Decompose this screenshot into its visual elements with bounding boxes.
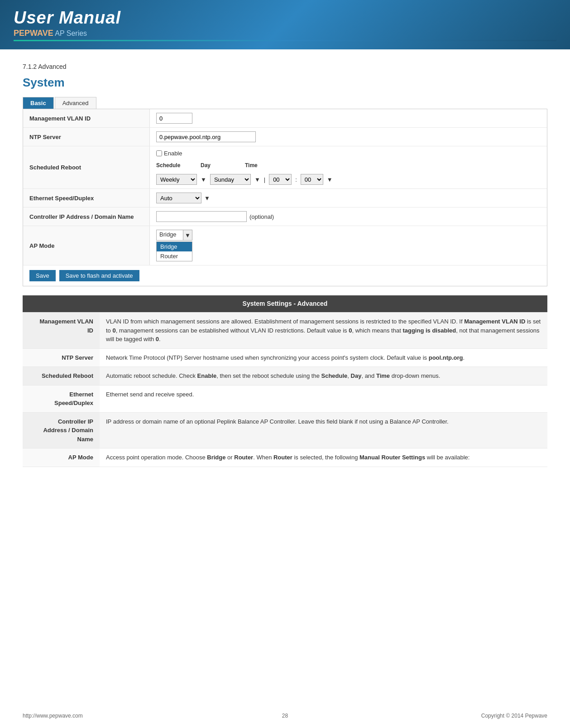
label-vlan: Management VLAN ID bbox=[23, 109, 150, 127]
table-row: Scheduled Reboot Automatic reboot schedu… bbox=[23, 367, 547, 386]
header-divider bbox=[14, 40, 556, 41]
minute-select[interactable]: 00 bbox=[301, 174, 323, 185]
ap-mode-value: Bridge bbox=[156, 230, 183, 241]
footer-copyright: Copyright © 2014 Pepwave bbox=[481, 713, 547, 719]
form-button-row: Save Save to flash and activate bbox=[23, 265, 547, 286]
page-header: User Manual PEPWAVE AP Series bbox=[0, 0, 570, 49]
ap-mode-option-router[interactable]: Router bbox=[157, 251, 192, 261]
tab-basic[interactable]: Basic bbox=[23, 97, 54, 109]
settings-table-header: System Settings - Advanced bbox=[23, 295, 547, 313]
enable-row: Enable bbox=[156, 150, 182, 157]
day-arrow: ▼ bbox=[254, 176, 260, 183]
tab-advanced[interactable]: Advanced bbox=[55, 97, 96, 109]
table-row: Management VLANID VLAN ID from which man… bbox=[23, 313, 547, 349]
value-ethernet: Auto ▼ bbox=[150, 189, 547, 207]
vlan-id-input[interactable] bbox=[156, 113, 192, 124]
system-title: System bbox=[23, 76, 547, 90]
schedule-header-row: Schedule Day Time bbox=[156, 162, 299, 169]
table-label-ethernet: EthernetSpeed/Duplex bbox=[23, 385, 100, 412]
minute-arrow: ▼ bbox=[327, 176, 333, 183]
ethernet-arrow: ▼ bbox=[204, 195, 210, 202]
day-col-header: Day bbox=[201, 162, 241, 169]
table-desc-apmode: Access point operation mode. Choose Brid… bbox=[100, 448, 547, 467]
settings-form: Management VLAN ID NTP Server Scheduled … bbox=[23, 109, 547, 286]
save-button[interactable]: Save bbox=[29, 270, 56, 281]
tab-bar: Basic Advanced bbox=[23, 97, 547, 109]
label-reboot: Scheduled Reboot bbox=[23, 146, 150, 188]
time-divider: : bbox=[295, 176, 297, 183]
ap-mode-dropdown-list: Bridge Router bbox=[156, 241, 192, 261]
form-row-reboot: Scheduled Reboot Enable Schedule Day Tim… bbox=[23, 146, 547, 189]
table-label-reboot: Scheduled Reboot bbox=[23, 367, 100, 386]
ntp-server-input[interactable] bbox=[156, 131, 256, 142]
table-desc-reboot: Automatic reboot schedule. Check Enable,… bbox=[100, 367, 547, 386]
form-row-apmode: AP Mode Bridge ▼ Bridge Router bbox=[23, 226, 547, 265]
save-flash-button[interactable]: Save to flash and activate bbox=[59, 270, 139, 281]
controller-ip-input[interactable] bbox=[156, 211, 247, 222]
schedule-select[interactable]: Weekly bbox=[156, 174, 197, 185]
schedule-col-header: Schedule bbox=[156, 162, 197, 169]
value-controller: (optional) bbox=[150, 207, 547, 226]
table-desc-controller: IP address or domain name of an optional… bbox=[100, 412, 547, 448]
section-number: 7.1.2 Advanced bbox=[23, 63, 547, 70]
value-reboot: Enable Schedule Day Time Weekly ▼ Sunday… bbox=[150, 146, 547, 188]
value-vlan bbox=[150, 109, 547, 127]
table-label-apmode: AP Mode bbox=[23, 448, 100, 467]
ethernet-speed-select[interactable]: Auto bbox=[156, 193, 201, 203]
table-row: Controller IPAddress / DomainName IP add… bbox=[23, 412, 547, 448]
table-desc-ntp: Network Time Protocol (NTP) Server hostn… bbox=[100, 348, 547, 367]
value-apmode: Bridge ▼ Bridge Router bbox=[150, 226, 547, 265]
label-ntp: NTP Server bbox=[23, 128, 150, 146]
ap-mode-dropdown-arrow[interactable]: ▼ bbox=[183, 230, 192, 241]
table-row: AP Mode Access point operation mode. Cho… bbox=[23, 448, 547, 467]
page-title: User Manual bbox=[14, 8, 556, 28]
table-row: EthernetSpeed/Duplex Ethernet send and r… bbox=[23, 385, 547, 412]
form-row-controller: Controller IP Address / Domain Name (opt… bbox=[23, 207, 547, 226]
table-label-ntp: NTP Server bbox=[23, 348, 100, 367]
time-col-header: Time bbox=[245, 162, 299, 169]
day-select[interactable]: Sunday bbox=[210, 174, 251, 185]
brand-name: PEPWAVE bbox=[14, 29, 53, 38]
ap-mode-option-bridge[interactable]: Bridge bbox=[157, 242, 192, 251]
main-content: 7.1.2 Advanced System Basic Advanced Man… bbox=[0, 49, 570, 481]
separator: | bbox=[264, 176, 265, 183]
footer-page-number: 28 bbox=[282, 713, 288, 719]
table-desc-vlan: VLAN ID from which management sessions a… bbox=[100, 313, 547, 349]
form-row-ntp: NTP Server bbox=[23, 128, 547, 146]
table-label-vlan: Management VLANID bbox=[23, 313, 100, 349]
schedule-arrow: ▼ bbox=[201, 176, 206, 183]
footer-url: http://www.pepwave.com bbox=[23, 713, 83, 719]
optional-label: (optional) bbox=[249, 213, 274, 220]
ap-mode-select-row: Bridge ▼ bbox=[156, 230, 192, 241]
enable-label: Enable bbox=[164, 150, 182, 157]
hour-select[interactable]: 00 bbox=[269, 174, 292, 185]
table-label-controller: Controller IPAddress / DomainName bbox=[23, 412, 100, 448]
page-subtitle: PEPWAVE AP Series bbox=[14, 29, 556, 38]
label-ethernet: Ethernet Speed/Duplex bbox=[23, 189, 150, 207]
label-controller: Controller IP Address / Domain Name bbox=[23, 207, 150, 226]
label-apmode: AP Mode bbox=[23, 226, 150, 265]
form-row-ethernet: Ethernet Speed/Duplex Auto ▼ bbox=[23, 189, 547, 207]
value-ntp bbox=[150, 128, 547, 146]
schedule-inputs-row: Weekly ▼ Sunday ▼ | 00 : 00 ▼ bbox=[156, 174, 333, 185]
settings-description-table: System Settings - Advanced Management VL… bbox=[23, 295, 547, 467]
table-row: NTP Server Network Time Protocol (NTP) S… bbox=[23, 348, 547, 367]
enable-reboot-checkbox[interactable] bbox=[156, 150, 162, 156]
form-row-vlan: Management VLAN ID bbox=[23, 109, 547, 128]
table-desc-ethernet: Ethernet send and receive speed. bbox=[100, 385, 547, 412]
